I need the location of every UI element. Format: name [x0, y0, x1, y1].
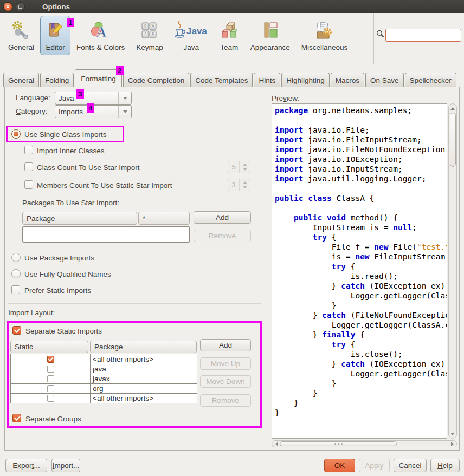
tab-label: Macros [336, 76, 359, 84]
grip-dots-icon [338, 443, 339, 445]
search-input[interactable] [385, 29, 461, 42]
package-cell: javax [91, 375, 197, 383]
table-row[interactable]: <all other imports> [11, 354, 197, 364]
tab-formatting[interactable]: Formatting2 [75, 69, 122, 87]
tab-label: Code Templates [195, 76, 248, 84]
language-combobox[interactable]: Java [55, 92, 132, 105]
preview-vertical-scrollbar[interactable] [448, 103, 457, 439]
package-cell: java [91, 365, 197, 373]
star-add-button[interactable]: Add [194, 211, 251, 224]
layout-move-down-button[interactable]: Move Down [200, 375, 251, 388]
spinner-arrows-icon[interactable] [240, 161, 250, 173]
toolbar-item-label: Fonts & Colors [76, 43, 125, 51]
layout-remove-button[interactable]: Remove [200, 394, 251, 407]
toolbar-item-label: Java [184, 43, 199, 51]
static-cell [11, 354, 91, 364]
close-button[interactable]: × [3, 2, 12, 11]
scroll-left-button[interactable] [273, 441, 280, 447]
formatting-tab-panel: Language: Java 3 Category: Imports 4 Use… [4, 87, 460, 451]
use-package-imports-label: Use Package Imports [24, 254, 94, 262]
code-line: is = new FileInputStream(f); [275, 252, 447, 262]
layout-table-header-package[interactable]: Package [90, 341, 197, 353]
tab-highlighting[interactable]: Highlighting [281, 73, 330, 87]
packages-star-import-label: Packages To Use Star Import: [22, 199, 119, 207]
checked-checkbox[interactable] [47, 356, 54, 363]
tab-code-templates[interactable]: Code Templates [190, 73, 253, 87]
tab-label: Formatting [81, 75, 116, 83]
toolbar-item-general[interactable]: General [3, 16, 40, 55]
use-fully-qualified-names-radio[interactable] [11, 269, 21, 278]
layout-move-up-button[interactable]: Move Up [200, 357, 251, 370]
toolbar-item-keymap[interactable]: QWASKeymap [131, 16, 169, 55]
export-button[interactable]: Export... [5, 459, 47, 472]
use-package-imports-radio[interactable] [11, 253, 21, 262]
team-cubes-icon [220, 19, 239, 42]
unchecked-checkbox[interactable] [47, 385, 54, 392]
table-row[interactable]: <all other imports> [11, 393, 197, 403]
star-table-header-asterisk[interactable]: * [138, 212, 190, 225]
separate-static-imports-checkbox[interactable] [12, 326, 21, 335]
preview-horizontal-scrollbar[interactable] [272, 440, 457, 447]
toolbar-item-fonts-colors[interactable]: AFonts & Colors [71, 16, 130, 55]
annotation-badge-2: 2 [116, 66, 124, 75]
annotation-badge-3: 3 [76, 89, 84, 99]
unchecked-checkbox[interactable] [47, 395, 54, 402]
separate-groups-checkbox[interactable] [12, 414, 21, 422]
spinner-arrows-icon[interactable] [240, 179, 250, 191]
layout-table-header-static[interactable]: Static [10, 341, 88, 353]
import-inner-classes-checkbox[interactable] [24, 146, 33, 154]
tab-label: Spellchecker [410, 76, 452, 84]
svg-text:A: A [145, 32, 147, 35]
code-line: } [275, 388, 447, 398]
toolbar-item-editor[interactable]: Editor1 [40, 16, 70, 55]
table-row[interactable]: javax [11, 374, 197, 383]
ok-button[interactable]: OK [324, 459, 355, 472]
toolbar-item-label: Miscellaneous [301, 43, 348, 51]
maximize-button[interactable] [16, 2, 25, 11]
use-single-class-imports-radio[interactable] [11, 129, 21, 139]
scroll-down-button[interactable] [449, 431, 456, 437]
code-line: public class ClassA { [275, 193, 447, 203]
toolbar-item-label: Team [220, 43, 238, 51]
star-table-empty-area[interactable] [22, 226, 190, 243]
tab-spellchecker[interactable]: Spellchecker [405, 73, 456, 87]
import-button[interactable]: Import... [51, 459, 80, 472]
horizontal-scrollbar-thumb[interactable] [280, 441, 397, 446]
prefer-static-imports-checkbox[interactable] [11, 285, 20, 294]
import-layout-table: <all other imports>javajavaxorg<all othe… [10, 354, 197, 403]
tab-hints[interactable]: Hints [254, 73, 280, 87]
layout-add-button[interactable]: Add [200, 339, 251, 351]
scroll-right-button[interactable] [449, 441, 455, 447]
preview-code-area[interactable]: package org.netbeans.samples; import jav… [272, 103, 447, 439]
scroll-up-button[interactable] [449, 105, 456, 112]
members-count-checkbox[interactable] [24, 180, 33, 189]
toolbar-item-team[interactable]: Team [214, 16, 244, 55]
static-cell [11, 364, 91, 374]
members-count-spinner[interactable]: 3 [228, 179, 250, 191]
code-line: } catch (IOException ex) { [275, 359, 447, 369]
class-count-spinner[interactable]: 5 [228, 161, 250, 173]
tab-macros[interactable]: Macros [331, 73, 364, 87]
apply-button[interactable]: Apply [359, 459, 390, 472]
help-button[interactable]: Help [430, 459, 460, 472]
toolbar-item-java[interactable]: JavaJava [169, 16, 214, 55]
vertical-scrollbar-thumb[interactable] [450, 113, 456, 167]
cancel-button[interactable]: Cancel [394, 459, 427, 472]
unchecked-checkbox[interactable] [47, 366, 54, 373]
tab-general[interactable]: General [3, 73, 39, 87]
tab-on-save[interactable]: On Save [365, 73, 404, 87]
toolbar-item-label: Editor [46, 43, 65, 51]
toolbar-item-miscellaneous[interactable]: Miscellaneous [296, 16, 353, 55]
category-label: Category: [16, 107, 48, 115]
tab-code-completion[interactable]: Code Completion [123, 73, 189, 87]
class-count-checkbox[interactable] [24, 162, 33, 171]
svg-text:Java: Java [186, 26, 207, 36]
options-dialog: × Options GeneralEditor1AFonts & ColorsQ… [0, 0, 464, 476]
toolbar-item-appearance[interactable]: Appearance [245, 16, 295, 55]
table-row[interactable]: org [11, 383, 197, 393]
star-table-header-package[interactable]: Package [22, 212, 137, 225]
tab-folding[interactable]: Folding [40, 73, 74, 87]
unchecked-checkbox[interactable] [47, 375, 54, 382]
table-row[interactable]: java [11, 364, 197, 374]
star-remove-button[interactable]: Remove [194, 230, 251, 242]
